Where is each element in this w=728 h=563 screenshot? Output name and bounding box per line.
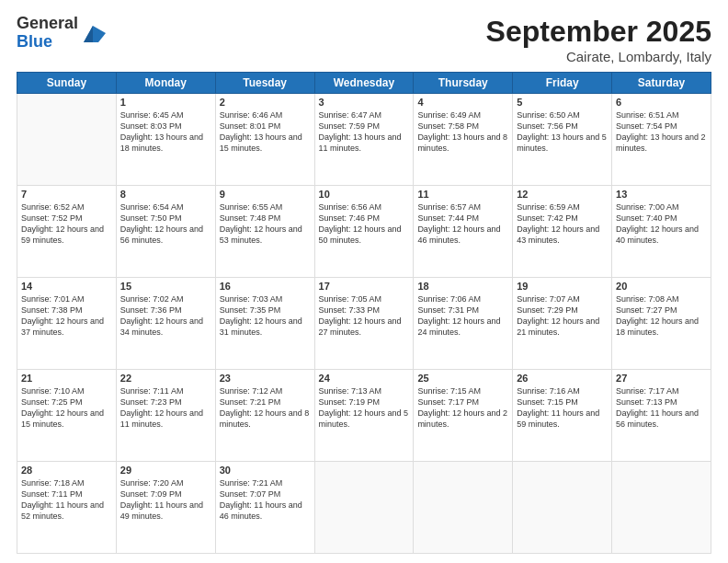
calendar-cell: 30 Sunrise: 7:21 AMSunset: 7:07 PMDaylig…	[215, 462, 314, 554]
calendar-week-2: 7 Sunrise: 6:52 AMSunset: 7:52 PMDayligh…	[17, 186, 711, 278]
day-number: 10	[319, 189, 410, 200]
day-number: 13	[616, 189, 707, 200]
month-title: September 2025	[486, 15, 711, 49]
logo-icon	[80, 20, 106, 46]
day-info: Sunrise: 6:47 AMSunset: 7:59 PMDaylight:…	[319, 109, 410, 155]
calendar-cell: 23 Sunrise: 7:12 AMSunset: 7:21 PMDaylig…	[215, 370, 314, 462]
day-info: Sunrise: 7:06 AMSunset: 7:31 PMDaylight:…	[417, 293, 508, 339]
calendar-cell	[414, 462, 513, 554]
day-number: 2	[220, 97, 311, 108]
day-info: Sunrise: 7:07 AMSunset: 7:29 PMDaylight:…	[517, 293, 608, 339]
day-info: Sunrise: 7:13 AMSunset: 7:19 PMDaylight:…	[319, 385, 410, 431]
day-info: Sunrise: 6:45 AMSunset: 8:03 PMDaylight:…	[120, 109, 211, 155]
day-info: Sunrise: 6:54 AMSunset: 7:50 PMDaylight:…	[120, 201, 211, 247]
day-number: 4	[417, 97, 508, 108]
calendar-cell	[314, 462, 414, 554]
header: General Blue September 2025 Cairate, Lom…	[17, 15, 711, 64]
day-info: Sunrise: 7:05 AMSunset: 7:33 PMDaylight:…	[319, 293, 410, 339]
day-info: Sunrise: 7:18 AMSunset: 7:11 PMDaylight:…	[21, 477, 112, 523]
day-info: Sunrise: 7:15 AMSunset: 7:17 PMDaylight:…	[417, 385, 508, 431]
day-number: 16	[220, 281, 311, 292]
calendar-cell: 14 Sunrise: 7:01 AMSunset: 7:38 PMDaylig…	[17, 278, 117, 370]
day-info: Sunrise: 7:12 AMSunset: 7:21 PMDaylight:…	[220, 385, 311, 431]
calendar-cell: 26 Sunrise: 7:16 AMSunset: 7:15 PMDaylig…	[513, 370, 612, 462]
day-info: Sunrise: 7:08 AMSunset: 7:27 PMDaylight:…	[616, 293, 707, 339]
day-number: 8	[120, 189, 211, 200]
col-wednesday: Wednesday	[314, 73, 414, 94]
logo-general: General	[17, 15, 78, 33]
day-number: 11	[417, 189, 508, 200]
day-number: 5	[517, 97, 608, 108]
day-info: Sunrise: 7:17 AMSunset: 7:13 PMDaylight:…	[616, 385, 707, 431]
calendar-cell: 1 Sunrise: 6:45 AMSunset: 8:03 PMDayligh…	[116, 94, 215, 186]
day-info: Sunrise: 6:55 AMSunset: 7:48 PMDaylight:…	[220, 201, 311, 247]
day-info: Sunrise: 6:57 AMSunset: 7:44 PMDaylight:…	[417, 201, 508, 247]
calendar-week-5: 28 Sunrise: 7:18 AMSunset: 7:11 PMDaylig…	[17, 462, 711, 554]
svg-marker-1	[84, 26, 93, 42]
day-info: Sunrise: 7:20 AMSunset: 7:09 PMDaylight:…	[120, 477, 211, 523]
day-info: Sunrise: 7:11 AMSunset: 7:23 PMDaylight:…	[120, 385, 211, 431]
day-info: Sunrise: 6:59 AMSunset: 7:42 PMDaylight:…	[517, 201, 608, 247]
day-number: 30	[220, 465, 311, 476]
day-number: 19	[517, 281, 608, 292]
calendar-cell	[612, 462, 711, 554]
calendar-cell	[513, 462, 612, 554]
day-number: 24	[319, 373, 410, 384]
title-block: September 2025 Cairate, Lombardy, Italy	[486, 15, 711, 64]
col-friday: Friday	[513, 73, 612, 94]
col-thursday: Thursday	[414, 73, 513, 94]
calendar-week-1: 1 Sunrise: 6:45 AMSunset: 8:03 PMDayligh…	[17, 94, 711, 186]
calendar-cell: 9 Sunrise: 6:55 AMSunset: 7:48 PMDayligh…	[215, 186, 314, 278]
calendar-cell	[17, 94, 117, 186]
day-number: 27	[616, 373, 707, 384]
day-number: 1	[120, 97, 211, 108]
day-info: Sunrise: 6:56 AMSunset: 7:46 PMDaylight:…	[319, 201, 410, 247]
day-number: 18	[417, 281, 508, 292]
calendar-cell: 4 Sunrise: 6:49 AMSunset: 7:58 PMDayligh…	[414, 94, 513, 186]
day-number: 29	[120, 465, 211, 476]
day-info: Sunrise: 7:10 AMSunset: 7:25 PMDaylight:…	[21, 385, 112, 431]
day-number: 12	[517, 189, 608, 200]
calendar-cell: 18 Sunrise: 7:06 AMSunset: 7:31 PMDaylig…	[414, 278, 513, 370]
calendar-cell: 2 Sunrise: 6:46 AMSunset: 8:01 PMDayligh…	[215, 94, 314, 186]
day-info: Sunrise: 6:52 AMSunset: 7:52 PMDaylight:…	[21, 201, 112, 247]
calendar-cell: 13 Sunrise: 7:00 AMSunset: 7:40 PMDaylig…	[612, 186, 711, 278]
calendar-cell: 8 Sunrise: 6:54 AMSunset: 7:50 PMDayligh…	[116, 186, 215, 278]
day-number: 6	[616, 97, 707, 108]
calendar-cell: 29 Sunrise: 7:20 AMSunset: 7:09 PMDaylig…	[116, 462, 215, 554]
day-number: 26	[517, 373, 608, 384]
day-info: Sunrise: 7:00 AMSunset: 7:40 PMDaylight:…	[616, 201, 707, 247]
calendar-cell: 21 Sunrise: 7:10 AMSunset: 7:25 PMDaylig…	[17, 370, 117, 462]
calendar-cell: 28 Sunrise: 7:18 AMSunset: 7:11 PMDaylig…	[17, 462, 117, 554]
day-info: Sunrise: 6:50 AMSunset: 7:56 PMDaylight:…	[517, 109, 608, 155]
day-info: Sunrise: 7:16 AMSunset: 7:15 PMDaylight:…	[517, 385, 608, 431]
logo: General Blue	[17, 15, 106, 52]
calendar-cell: 15 Sunrise: 7:02 AMSunset: 7:36 PMDaylig…	[116, 278, 215, 370]
col-monday: Monday	[116, 73, 215, 94]
day-info: Sunrise: 7:02 AMSunset: 7:36 PMDaylight:…	[120, 293, 211, 339]
day-number: 25	[417, 373, 508, 384]
calendar-week-3: 14 Sunrise: 7:01 AMSunset: 7:38 PMDaylig…	[17, 278, 711, 370]
day-number: 23	[220, 373, 311, 384]
calendar-cell: 20 Sunrise: 7:08 AMSunset: 7:27 PMDaylig…	[612, 278, 711, 370]
calendar: Sunday Monday Tuesday Wednesday Thursday…	[17, 72, 711, 554]
calendar-cell: 7 Sunrise: 6:52 AMSunset: 7:52 PMDayligh…	[17, 186, 117, 278]
col-tuesday: Tuesday	[215, 73, 314, 94]
day-number: 21	[21, 373, 112, 384]
calendar-cell: 24 Sunrise: 7:13 AMSunset: 7:19 PMDaylig…	[314, 370, 414, 462]
day-info: Sunrise: 6:51 AMSunset: 7:54 PMDaylight:…	[616, 109, 707, 155]
location: Cairate, Lombardy, Italy	[486, 49, 711, 64]
logo-text: General Blue	[17, 15, 78, 52]
day-number: 9	[220, 189, 311, 200]
calendar-cell: 3 Sunrise: 6:47 AMSunset: 7:59 PMDayligh…	[314, 94, 414, 186]
calendar-cell: 16 Sunrise: 7:03 AMSunset: 7:35 PMDaylig…	[215, 278, 314, 370]
calendar-week-4: 21 Sunrise: 7:10 AMSunset: 7:25 PMDaylig…	[17, 370, 711, 462]
calendar-cell: 10 Sunrise: 6:56 AMSunset: 7:46 PMDaylig…	[314, 186, 414, 278]
day-info: Sunrise: 7:01 AMSunset: 7:38 PMDaylight:…	[21, 293, 112, 339]
calendar-cell: 22 Sunrise: 7:11 AMSunset: 7:23 PMDaylig…	[116, 370, 215, 462]
day-number: 28	[21, 465, 112, 476]
day-number: 15	[120, 281, 211, 292]
day-number: 20	[616, 281, 707, 292]
calendar-header-row: Sunday Monday Tuesday Wednesday Thursday…	[17, 73, 711, 94]
col-saturday: Saturday	[612, 73, 711, 94]
